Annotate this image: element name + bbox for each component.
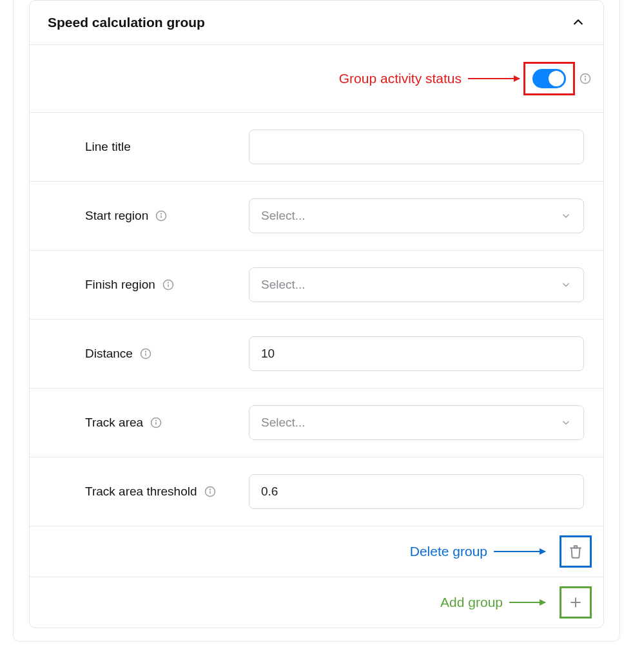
activity-toggle[interactable] [532,69,566,88]
distance-row: Distance [30,319,603,388]
add-row: Add group [30,577,603,628]
svg-point-8 [168,282,168,283]
track-area-select[interactable]: Select... [249,405,584,440]
track-area-row: Track area Select... [30,388,603,457]
line-title-label: Line title [85,140,131,154]
chevron-down-icon [560,210,572,222]
line-title-input[interactable] [249,130,584,164]
track-area-threshold-label-wrap: Track area threshold [49,485,249,499]
svg-point-5 [161,213,162,214]
activity-toggle-row: Group activity status [30,44,603,112]
plus-icon[interactable] [567,594,584,611]
start-region-row: Start region Select... [30,181,603,250]
panel-header[interactable]: Speed calculation group [30,1,603,44]
info-icon[interactable] [204,485,217,498]
chevron-down-icon [560,417,572,428]
svg-point-17 [209,489,210,490]
finish-region-label: Finish region [85,278,155,292]
trash-icon[interactable] [567,543,584,560]
track-area-label-wrap: Track area [49,416,249,430]
arrow-icon [494,551,545,552]
info-icon[interactable] [155,209,168,222]
annotation-activity-label: Group activity status [339,71,462,86]
info-icon[interactable] [150,416,162,429]
track-area-threshold-input[interactable] [249,474,584,509]
finish-region-label-wrap: Finish region [49,278,249,292]
arrow-icon [468,78,520,79]
delete-highlight-box [560,535,592,568]
track-area-label: Track area [85,416,143,430]
delete-row: Delete group [30,526,603,577]
arrow-icon [509,602,545,603]
distance-input[interactable] [249,336,584,371]
annotation-activity-status: Group activity status [339,71,520,86]
distance-label: Distance [85,347,133,361]
panel-title: Speed calculation group [48,15,205,30]
svg-point-14 [156,420,157,421]
track-area-threshold-label: Track area threshold [85,485,197,499]
annotation-delete-label: Delete group [410,544,487,559]
chevron-down-icon [560,279,572,291]
start-region-select[interactable]: Select... [249,198,584,233]
info-icon[interactable] [579,72,592,85]
track-area-threshold-row: Track area threshold [30,457,603,526]
annotation-delete-group: Delete group [410,544,545,559]
info-icon[interactable] [139,347,152,360]
finish-region-placeholder: Select... [261,278,306,292]
track-area-placeholder: Select... [261,416,306,430]
svg-point-11 [146,351,146,352]
start-region-label-wrap: Start region [49,209,249,223]
info-icon[interactable] [162,278,175,291]
finish-region-row: Finish region Select... [30,250,603,319]
speed-calc-panel: Speed calculation group Group activity s… [29,0,604,628]
annotation-add-group: Add group [440,595,545,610]
add-highlight-box [560,586,592,619]
distance-label-wrap: Distance [49,347,249,361]
line-title-row: Line title [30,112,603,181]
activity-highlight-box [523,62,575,95]
start-region-placeholder: Select... [261,209,306,223]
start-region-label: Start region [85,209,148,223]
chevron-up-icon [571,15,585,30]
outer-container: Speed calculation group Group activity s… [13,0,620,642]
line-title-label-wrap: Line title [49,140,249,154]
finish-region-select[interactable]: Select... [249,267,584,302]
svg-point-2 [585,76,586,77]
annotation-add-label: Add group [440,595,503,610]
